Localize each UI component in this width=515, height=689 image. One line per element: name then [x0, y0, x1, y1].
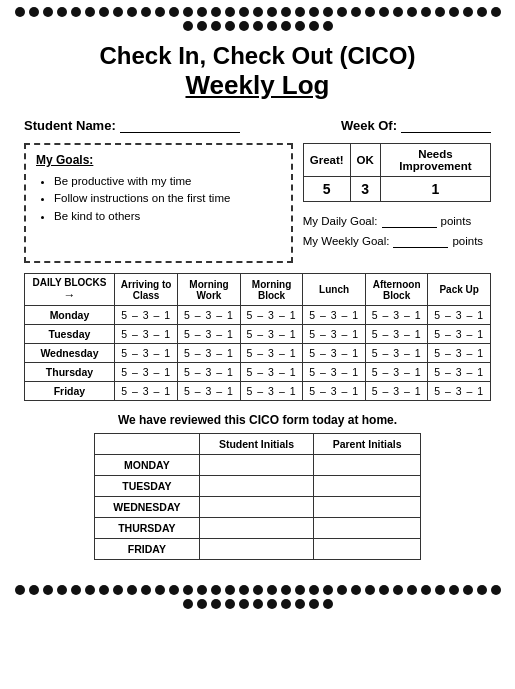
initials-cell[interactable] — [199, 539, 314, 560]
score-cell[interactable]: 5 – 3 – 1 — [428, 325, 491, 344]
daily-blocks-header: DAILY BLOCKS→ — [25, 274, 115, 306]
score-cell[interactable]: 5 – 3 – 1 — [240, 344, 303, 363]
score-cell[interactable]: 5 – 3 – 1 — [240, 382, 303, 401]
score-cell[interactable]: 5 – 3 – 1 — [365, 344, 428, 363]
initials-cell[interactable] — [314, 455, 421, 476]
daily-goal-value[interactable] — [382, 214, 437, 228]
day-label: Monday — [25, 306, 115, 325]
col-arriving: Arriving toClass — [114, 274, 177, 306]
day-label: Tuesday — [25, 325, 115, 344]
goals-title: My Goals: — [36, 153, 281, 167]
initials-cell[interactable] — [199, 518, 314, 539]
title-area: Check In, Check Out (CICO) Weekly Log — [24, 38, 491, 109]
score-cell[interactable]: 5 – 3 – 1 — [114, 382, 177, 401]
score-cell[interactable]: 5 – 3 – 1 — [303, 382, 366, 401]
score-cell[interactable]: 5 – 3 – 1 — [114, 344, 177, 363]
score-cell[interactable]: 5 – 3 – 1 — [303, 363, 366, 382]
initials-cell[interactable] — [199, 476, 314, 497]
score-cell[interactable]: 5 – 3 – 1 — [303, 325, 366, 344]
reviewed-section: We have reviewed this CICO form today at… — [24, 413, 491, 560]
rating-area: Great! OK Needs Improvement 5 3 1 My Dai… — [303, 143, 491, 263]
initials-day: MONDAY — [95, 455, 200, 476]
rating-header-needs: Needs Improvement — [380, 144, 490, 177]
col-lunch: Lunch — [303, 274, 366, 306]
name-week-row: Student Name: Week Of: — [24, 117, 491, 133]
rating-val-needs: 1 — [380, 177, 490, 202]
rating-header-ok: OK — [350, 144, 380, 177]
title-line2: Weekly Log — [24, 70, 491, 101]
title-line1: Check In, Check Out (CICO) — [24, 42, 491, 70]
goal-lines: My Daily Goal: points My Weekly Goal: po… — [303, 214, 491, 248]
score-cell[interactable]: 5 – 3 – 1 — [114, 325, 177, 344]
score-cell[interactable]: 5 – 3 – 1 — [178, 325, 241, 344]
score-cell[interactable]: 5 – 3 – 1 — [178, 344, 241, 363]
daily-goal-unit: points — [441, 215, 472, 227]
score-cell[interactable]: 5 – 3 – 1 — [428, 363, 491, 382]
goals-rating-row: My Goals: Be productive with my time Fol… — [24, 143, 491, 263]
initials-student-header: Student Initials — [199, 434, 314, 455]
initials-parent-header: Parent Initials — [314, 434, 421, 455]
initials-cell[interactable] — [314, 518, 421, 539]
goal-item-3: Be kind to others — [54, 208, 281, 225]
score-cell[interactable]: 5 – 3 – 1 — [365, 306, 428, 325]
student-name-input[interactable] — [120, 117, 240, 133]
col-morning-work: MorningWork — [178, 274, 241, 306]
week-of-field: Week Of: — [341, 117, 491, 133]
score-cell[interactable]: 5 – 3 – 1 — [303, 306, 366, 325]
initials-day: TUESDAY — [95, 476, 200, 497]
initials-cell[interactable] — [314, 497, 421, 518]
score-cell[interactable]: 5 – 3 – 1 — [114, 306, 177, 325]
weekly-goal-value[interactable] — [393, 234, 448, 248]
score-cell[interactable]: 5 – 3 – 1 — [178, 382, 241, 401]
rating-header-great: Great! — [303, 144, 350, 177]
goal-item-1: Be productive with my time — [54, 173, 281, 190]
day-label: Wednesday — [25, 344, 115, 363]
initials-day-header — [95, 434, 200, 455]
weekly-table: DAILY BLOCKS→ Arriving toClass MorningWo… — [24, 273, 491, 401]
score-cell[interactable]: 5 – 3 – 1 — [178, 363, 241, 382]
bottom-dot-border — [0, 578, 515, 616]
goals-box: My Goals: Be productive with my time Fol… — [24, 143, 293, 263]
initials-cell[interactable] — [314, 539, 421, 560]
rating-table: Great! OK Needs Improvement 5 3 1 — [303, 143, 491, 202]
score-cell[interactable]: 5 – 3 – 1 — [428, 382, 491, 401]
goals-list: Be productive with my time Follow instru… — [36, 173, 281, 225]
student-name-field: Student Name: — [24, 117, 240, 133]
initials-cell[interactable] — [199, 497, 314, 518]
score-cell[interactable]: 5 – 3 – 1 — [240, 363, 303, 382]
week-of-input[interactable] — [401, 117, 491, 133]
col-packup: Pack Up — [428, 274, 491, 306]
score-cell[interactable]: 5 – 3 – 1 — [428, 344, 491, 363]
score-cell[interactable]: 5 – 3 – 1 — [240, 325, 303, 344]
initials-table: Student Initials Parent Initials MONDAYT… — [94, 433, 421, 560]
week-of-label: Week Of: — [341, 118, 397, 133]
score-cell[interactable]: 5 – 3 – 1 — [365, 325, 428, 344]
col-morning-block: MorningBlock — [240, 274, 303, 306]
score-cell[interactable]: 5 – 3 – 1 — [303, 344, 366, 363]
reviewed-text: We have reviewed this CICO form today at… — [24, 413, 491, 427]
student-name-label: Student Name: — [24, 118, 116, 133]
score-cell[interactable]: 5 – 3 – 1 — [178, 306, 241, 325]
weekly-goal-line: My Weekly Goal: points — [303, 234, 491, 248]
score-cell[interactable]: 5 – 3 – 1 — [365, 363, 428, 382]
initials-cell[interactable] — [314, 476, 421, 497]
score-cell[interactable]: 5 – 3 – 1 — [365, 382, 428, 401]
day-label: Friday — [25, 382, 115, 401]
initials-cell[interactable] — [199, 455, 314, 476]
initials-day: FRIDAY — [95, 539, 200, 560]
initials-day: THURSDAY — [95, 518, 200, 539]
weekly-goal-unit: points — [452, 235, 483, 247]
page-content: Check In, Check Out (CICO) Weekly Log St… — [0, 38, 515, 578]
initials-day: WEDNESDAY — [95, 497, 200, 518]
col-afternoon: AfternoonBlock — [365, 274, 428, 306]
rating-val-ok: 3 — [350, 177, 380, 202]
daily-goal-label: My Daily Goal: — [303, 215, 378, 227]
score-cell[interactable]: 5 – 3 – 1 — [240, 306, 303, 325]
daily-goal-line: My Daily Goal: points — [303, 214, 491, 228]
score-cell[interactable]: 5 – 3 – 1 — [428, 306, 491, 325]
day-label: Thursday — [25, 363, 115, 382]
goal-item-2: Follow instructions on the first time — [54, 190, 281, 207]
top-dot-border: (function(){ const d = JSON.parse(docume… — [0, 0, 515, 38]
weekly-goal-label: My Weekly Goal: — [303, 235, 390, 247]
score-cell[interactable]: 5 – 3 – 1 — [114, 363, 177, 382]
